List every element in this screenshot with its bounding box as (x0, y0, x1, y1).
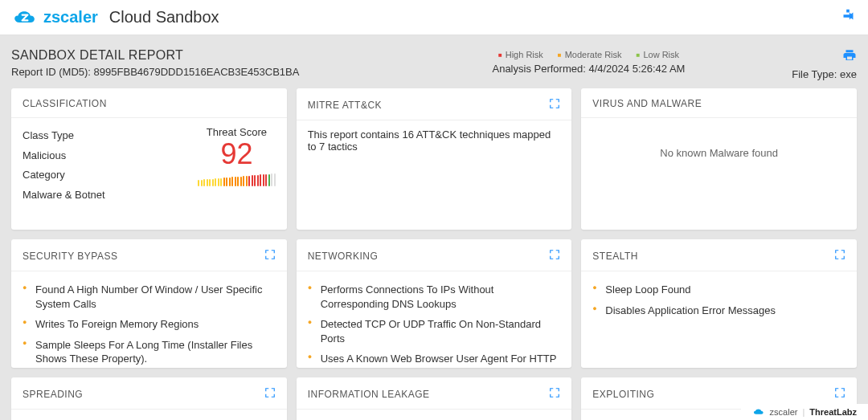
expand-icon[interactable] (549, 249, 560, 263)
finding-item: Performs Connections To IPs Without Corr… (308, 279, 561, 314)
mitre-summary: This report contains 16 ATT&CK technique… (297, 120, 572, 230)
finding-item: Uses A Known Web Browser User Agent For … (308, 349, 561, 368)
threat-score-gauge (198, 173, 276, 186)
expand-icon[interactable] (549, 387, 560, 401)
card-networking: NETWORKING Performs Connections To IPs W… (297, 239, 572, 368)
virus-message: No known Malware found (581, 118, 857, 230)
legend-moderate: Moderate Risk (558, 50, 622, 59)
zscaler-cloud-icon (11, 7, 39, 28)
finding-item: Sample Sleeps For A Long Time (Installer… (23, 335, 276, 368)
findings-list: Sleep Loop FoundDisables Application Err… (592, 279, 845, 320)
footer-branding: zscaler | ThreatLabz (741, 404, 868, 420)
report-title: SANDBOX DETAIL REPORT (11, 48, 386, 63)
card-title: INFORMATION LEAKAGE (308, 389, 430, 400)
expand-icon[interactable] (264, 387, 276, 401)
findings-list: Performs Connections To IPs Without Corr… (308, 279, 561, 368)
card-grid-row-2: SECURITY BYPASS Found A High Number Of W… (0, 239, 868, 368)
legend-low: Low Risk (637, 50, 679, 59)
card-virus-malware: VIRUS AND MALWARE No known Malware found (581, 88, 857, 230)
expand-icon[interactable] (834, 249, 845, 263)
brand-logo: zscaler (11, 7, 98, 28)
card-title: CLASSIFICATION (23, 98, 107, 109)
card-title: MITRE ATT&CK (308, 100, 382, 111)
card-spreading: SPREADING (11, 377, 287, 420)
print-icon[interactable] (842, 48, 857, 65)
finding-item: Found A High Number Of Window / User Spe… (23, 279, 276, 314)
card-title: VIRUS AND MALWARE (592, 98, 702, 109)
analysis-performed: Analysis Performed: 4/4/2024 5:26:42 AM (402, 63, 776, 75)
finding-item: Disables Application Error Messages (592, 300, 845, 321)
card-title: SPREADING (23, 389, 83, 400)
card-title: EXPLOITING (592, 389, 654, 400)
expand-icon[interactable] (549, 98, 560, 112)
expand-icon[interactable] (834, 387, 845, 401)
brand-text: zscaler (43, 8, 98, 27)
zscaler-cloud-icon (752, 407, 765, 417)
finding-item: Writes To Foreign Memory Regions (23, 314, 276, 335)
logout-icon[interactable] (839, 7, 857, 27)
card-info-leak: INFORMATION LEAKAGE (297, 377, 572, 420)
classification-details: Class Type Malicious Category Malware & … (23, 126, 190, 218)
threat-score-value: 92 (198, 140, 276, 169)
top-bar: zscaler Cloud Sandbox (0, 0, 868, 35)
legend-high: High Risk (498, 50, 543, 59)
report-meta: SANDBOX DETAIL REPORT Report ID (MD5): 8… (0, 35, 868, 88)
card-grid-row-1: CLASSIFICATION Class Type Malicious Cate… (0, 88, 868, 230)
report-id: Report ID (MD5): 8995FBB4679DDD1516EACB3… (11, 66, 386, 78)
finding-item: Detected TCP Or UDP Traffic On Non-Stand… (308, 314, 561, 349)
card-title: SECURITY BYPASS (23, 251, 117, 262)
card-mitre: MITRE ATT&CK This report contains 16 ATT… (297, 88, 572, 230)
findings-list: Found A High Number Of Window / User Spe… (23, 279, 276, 368)
card-security-bypass: SECURITY BYPASS Found A High Number Of W… (11, 239, 287, 368)
card-classification: CLASSIFICATION Class Type Malicious Cate… (11, 88, 287, 230)
card-stealth: STEALTH Sleep Loop FoundDisables Applica… (581, 239, 857, 368)
threat-score: Threat Score 92 (198, 126, 276, 218)
finding-item: Sleep Loop Found (592, 279, 845, 300)
card-title: NETWORKING (308, 251, 379, 262)
app-title: Cloud Sandbox (109, 8, 219, 27)
expand-icon[interactable] (264, 249, 276, 263)
risk-legend: High Risk Moderate Risk Low Risk (498, 50, 679, 59)
card-grid-row-3: SPREADING INFORMATION LEAKAGE EXPLOITING… (0, 377, 868, 420)
file-type: File Type: exe (792, 68, 857, 80)
card-title: STEALTH (592, 251, 638, 262)
